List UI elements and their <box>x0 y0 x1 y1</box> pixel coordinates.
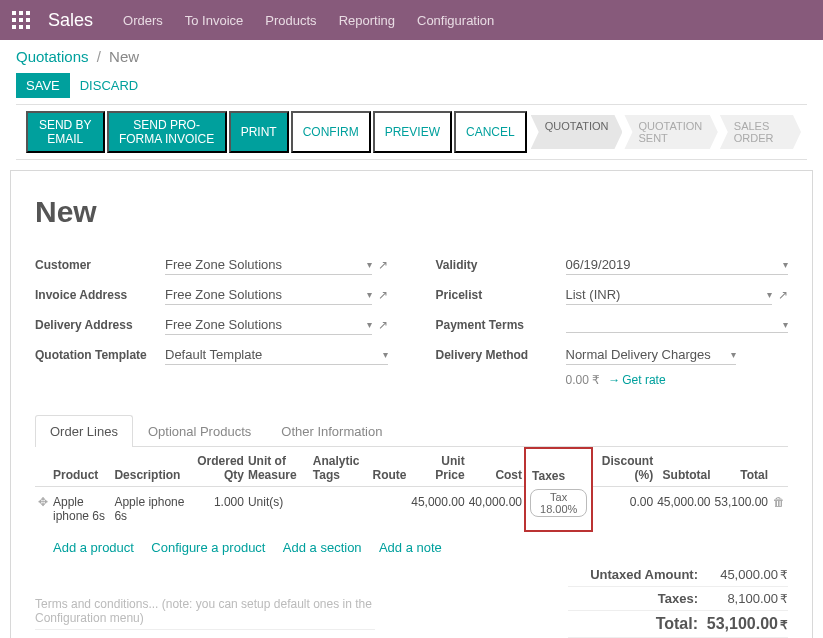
chevron-down-icon[interactable]: ▾ <box>383 349 388 360</box>
tabs: Order Lines Optional Products Other Info… <box>35 415 788 447</box>
cell-product[interactable]: Apple iphone 6s <box>51 487 112 532</box>
chevron-down-icon[interactable]: ▾ <box>367 289 372 300</box>
untaxed-label: Untaxed Amount: <box>568 567 698 582</box>
payment-terms-field[interactable]: ▾ <box>566 317 789 333</box>
breadcrumb-current: New <box>109 48 139 65</box>
action-row: SAVE DISCARD <box>16 73 807 98</box>
menu-reporting[interactable]: Reporting <box>339 13 395 28</box>
total-label: Total: <box>568 615 698 633</box>
invoice-address-field[interactable]: Free Zone Solutions ▾ <box>165 285 372 305</box>
delivery-method-field[interactable]: Normal Delivery Charges ▾ <box>566 345 736 365</box>
chevron-down-icon[interactable]: ▾ <box>367 259 372 270</box>
external-link-icon[interactable]: ↗ <box>378 258 388 272</box>
customer-label: Customer <box>35 258 165 272</box>
cancel-button[interactable]: CANCEL <box>454 111 527 153</box>
col-unit-price: Unit Price <box>409 448 467 487</box>
step-sales-order[interactable]: SALES ORDER <box>720 115 801 149</box>
arrow-right-icon: → <box>608 373 620 387</box>
tab-other-information[interactable]: Other Information <box>266 415 397 447</box>
tab-order-lines[interactable]: Order Lines <box>35 415 133 447</box>
get-rate-link[interactable]: →Get rate <box>608 373 665 387</box>
customer-field[interactable]: Free Zone Solutions ▾ <box>165 255 372 275</box>
breadcrumb-sep: / <box>97 48 101 65</box>
step-quotation[interactable]: QUOTATION <box>531 115 623 149</box>
apps-icon[interactable] <box>12 11 30 29</box>
svg-rect-4 <box>19 18 23 22</box>
taxes-value: 8,100.00 <box>727 591 778 606</box>
send-proforma-button[interactable]: SEND PRO-FORMA INVOICE <box>107 111 227 153</box>
cell-route[interactable] <box>371 487 409 532</box>
external-link-icon[interactable]: ↗ <box>778 288 788 302</box>
confirm-button[interactable]: CONFIRM <box>291 111 371 153</box>
delivery-address-field[interactable]: Free Zone Solutions ▾ <box>165 315 372 335</box>
app-title[interactable]: Sales <box>48 10 93 31</box>
cell-uom[interactable]: Unit(s) <box>246 487 311 532</box>
pricelist-field[interactable]: List (INR) ▾ <box>566 285 773 305</box>
cell-description[interactable]: Apple iphone 6s <box>112 487 188 532</box>
validity-field[interactable]: 06/19/2019 ▾ <box>566 255 789 275</box>
tab-optional-products[interactable]: Optional Products <box>133 415 266 447</box>
cell-taxes[interactable]: Tax 18.00% <box>525 487 592 532</box>
preview-button[interactable]: PREVIEW <box>373 111 452 153</box>
col-description: Description <box>112 448 188 487</box>
add-section-link[interactable]: Add a section <box>283 540 362 555</box>
external-link-icon[interactable]: ↗ <box>378 318 388 332</box>
col-route: Route <box>371 448 409 487</box>
svg-rect-7 <box>19 25 23 29</box>
col-subtotal: Subtotal <box>655 448 712 487</box>
sheet-title: New <box>35 195 788 229</box>
cell-cost[interactable]: 40,000.00 <box>467 487 525 532</box>
cell-total: 53,100.00 <box>713 487 770 532</box>
svg-rect-3 <box>12 18 16 22</box>
breadcrumb: Quotations / New <box>16 48 807 65</box>
cell-analytic[interactable] <box>311 487 371 532</box>
breadcrumb-parent[interactable]: Quotations <box>16 48 89 65</box>
external-link-icon[interactable]: ↗ <box>378 288 388 302</box>
chevron-down-icon[interactable]: ▾ <box>367 319 372 330</box>
print-button[interactable]: PRINT <box>229 111 289 153</box>
svg-rect-6 <box>12 25 16 29</box>
terms-conditions-field[interactable]: Terms and conditions... (note: you can s… <box>35 597 375 630</box>
tax-chip[interactable]: Tax 18.00% <box>530 489 587 517</box>
cell-unit-price[interactable]: 45,000.00 <box>409 487 467 532</box>
menu-configuration[interactable]: Configuration <box>417 13 494 28</box>
svg-rect-2 <box>26 11 30 15</box>
menu-to-invoice[interactable]: To Invoice <box>185 13 244 28</box>
cell-subtotal: 45,000.00 <box>655 487 712 532</box>
delivery-method-label: Delivery Method <box>436 348 566 362</box>
chevron-down-icon[interactable]: ▾ <box>767 289 772 300</box>
quotation-template-field[interactable]: Default Template ▾ <box>165 345 388 365</box>
col-product: Product <box>51 448 112 487</box>
configure-product-link[interactable]: Configure a product <box>151 540 265 555</box>
svg-rect-1 <box>19 11 23 15</box>
order-lines-table: Product Description Ordered Qty Unit of … <box>35 447 788 563</box>
cell-discount[interactable]: 0.00 <box>592 487 655 532</box>
drag-handle-icon[interactable]: ✥ <box>35 487 51 532</box>
col-cost: Cost <box>467 448 525 487</box>
step-quotation-sent[interactable]: QUOTATION SENT <box>624 115 717 149</box>
invoice-address-label: Invoice Address <box>35 288 165 302</box>
chevron-down-icon[interactable]: ▾ <box>783 319 788 330</box>
totals-panel: Untaxed Amount: 45,000.00₹ Taxes: 8,100.… <box>568 563 788 638</box>
delivery-address-label: Delivery Address <box>35 318 165 332</box>
col-ordered-qty: Ordered Qty <box>188 448 246 487</box>
cell-qty[interactable]: 1.000 <box>188 487 246 532</box>
save-button[interactable]: SAVE <box>16 73 70 98</box>
chevron-down-icon[interactable]: ▾ <box>731 349 736 360</box>
add-note-link[interactable]: Add a note <box>379 540 442 555</box>
menu-products[interactable]: Products <box>265 13 316 28</box>
quotation-template-label: Quotation Template <box>35 348 165 362</box>
chevron-down-icon[interactable]: ▾ <box>783 259 788 270</box>
total-value: 53,100.00 <box>707 615 778 632</box>
col-discount: Discount (%) <box>592 448 655 487</box>
navbar: Sales Orders To Invoice Products Reporti… <box>0 0 823 40</box>
discard-button[interactable]: DISCARD <box>70 73 149 98</box>
page-header: Quotations / New SAVE DISCARD SEND BY EM… <box>0 40 823 164</box>
trash-icon[interactable]: 🗑 <box>770 487 788 532</box>
svg-rect-0 <box>12 11 16 15</box>
table-row[interactable]: ✥ Apple iphone 6s Apple iphone 6s 1.000 … <box>35 487 788 532</box>
menu-orders[interactable]: Orders <box>123 13 163 28</box>
send-email-button[interactable]: SEND BY EMAIL <box>26 111 105 153</box>
col-uom: Unit of Measure <box>246 448 311 487</box>
add-product-link[interactable]: Add a product <box>53 540 134 555</box>
